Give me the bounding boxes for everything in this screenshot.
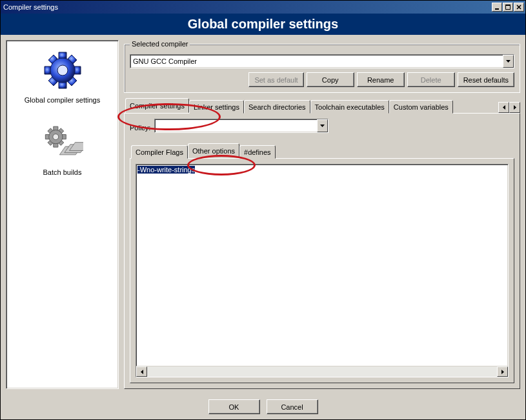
tab-linker-settings[interactable]: Linker settings <box>189 100 244 114</box>
editor-content[interactable]: -Wno-write-strings <box>136 165 508 366</box>
maximize-button[interactable] <box>503 3 513 12</box>
tab-compiler-settings[interactable]: Compiler settings <box>125 98 189 113</box>
rename-button[interactable]: Rename <box>357 72 405 87</box>
set-default-button[interactable]: Set as default <box>248 72 303 87</box>
dialog-window: Compiler settings Global compiler settin… <box>0 0 526 420</box>
main-area: Global compiler settings <box>1 35 525 394</box>
titlebar[interactable]: Compiler settings <box>1 1 525 14</box>
main-tabs: Compiler settings Linker settings Search… <box>124 98 520 113</box>
tab-toolchain-executables[interactable]: Toolchain executables <box>310 100 389 114</box>
chevron-down-icon[interactable] <box>503 55 514 68</box>
page-title: Global compiler settings <box>188 17 338 32</box>
tab-other-options[interactable]: Other options <box>188 143 239 158</box>
batch-gear-icon <box>42 122 83 163</box>
cancel-button[interactable]: Cancel <box>267 399 318 414</box>
ok-button[interactable]: OK <box>208 399 260 414</box>
selected-compiler-group: Selected compiler GNU GCC Compiler Set a… <box>124 40 520 93</box>
sidebar-item-label: Batch builds <box>43 168 82 176</box>
tab-custom-variables[interactable]: Custom variables <box>389 100 453 114</box>
svg-point-6 <box>52 134 58 140</box>
svg-rect-0 <box>495 8 499 10</box>
combo-value: GNU GCC Compiler <box>130 57 503 65</box>
tab-scroll-left[interactable] <box>498 102 509 113</box>
copy-button[interactable]: Copy <box>307 72 354 87</box>
content-area: Selected compiler GNU GCC Compiler Set a… <box>124 40 520 389</box>
sidebar-item-global-compiler[interactable]: Global compiler settings <box>6 43 118 115</box>
sidebar: Global compiler settings <box>6 40 119 389</box>
chevron-down-icon[interactable] <box>317 119 328 132</box>
policy-select[interactable] <box>154 119 329 133</box>
compiler-select[interactable]: GNU GCC Compiler <box>130 54 514 68</box>
tab-scroll-right[interactable] <box>509 102 520 113</box>
window-controls <box>491 3 524 12</box>
horizontal-scrollbar[interactable] <box>136 366 508 377</box>
policy-label: Policy: <box>130 124 150 132</box>
svg-rect-2 <box>505 5 511 6</box>
compiler-settings-pane: Policy: Compiler Flags Other options #de… <box>124 113 520 389</box>
tab-search-directories[interactable]: Search directories <box>244 100 310 114</box>
minimize-button[interactable] <box>492 3 502 12</box>
svg-point-4 <box>57 65 68 75</box>
options-editor[interactable]: -Wno-write-strings <box>136 164 509 377</box>
tab-scroll <box>498 102 520 113</box>
scroll-left-button[interactable] <box>136 366 147 377</box>
gear-icon <box>42 50 83 91</box>
policy-row: Policy: <box>130 119 514 137</box>
sidebar-item-batch-builds[interactable]: Batch builds <box>6 115 118 188</box>
tab-compiler-flags[interactable]: Compiler Flags <box>131 145 188 159</box>
group-legend: Selected compiler <box>130 40 190 48</box>
compiler-button-row: Set as default Copy Rename Delete Reset … <box>130 72 514 87</box>
window-title: Compiler settings <box>3 3 491 11</box>
tab-defines[interactable]: #defines <box>239 145 276 159</box>
page-header: Global compiler settings <box>1 14 525 35</box>
editor-selection[interactable]: -Wno-write-strings <box>137 166 195 174</box>
dialog-buttons: OK Cancel <box>1 394 525 419</box>
sidebar-item-label: Global compiler settings <box>25 96 100 104</box>
close-button[interactable] <box>514 3 524 12</box>
scroll-right-button[interactable] <box>497 366 508 377</box>
reset-defaults-button[interactable]: Reset defaults <box>458 72 514 87</box>
sub-tabs-container: Compiler Flags Other options #defines -W… <box>130 143 514 383</box>
delete-button[interactable]: Delete <box>407 72 455 87</box>
other-options-pane: -Wno-write-strings <box>130 158 514 383</box>
sub-tabs: Compiler Flags Other options #defines <box>130 143 514 158</box>
scroll-track[interactable] <box>147 366 497 377</box>
